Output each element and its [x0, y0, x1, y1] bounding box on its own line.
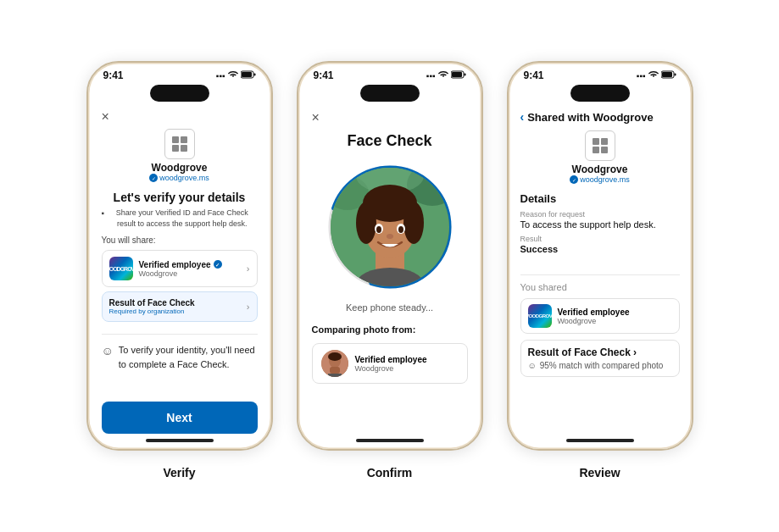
battery-icon-confirm [451, 70, 466, 80]
face-check-notice: ☺ To verify your identity, you'll need t… [102, 340, 258, 378]
result-arrow-icon: › [633, 346, 637, 358]
result-label: Result [520, 235, 680, 243]
close-button-confirm[interactable]: × [312, 110, 320, 125]
svg-point-32 [328, 352, 342, 361]
share-card-arrow: › [247, 263, 250, 274]
details-heading: Details [520, 192, 680, 205]
home-indicator-confirm [356, 439, 424, 442]
org-icon-review [585, 130, 615, 161]
svg-rect-3 [172, 136, 179, 143]
face-photo [331, 168, 449, 286]
svg-rect-1 [242, 72, 252, 77]
svg-rect-22 [364, 202, 415, 219]
share-card-text: Verified employee ✓ Woodgrove [139, 260, 241, 278]
woodgrove-badge-verify: WOODGROVE [109, 257, 133, 280]
face-check-result-row[interactable]: Result of Face Check › ☺ 95% match with … [520, 340, 680, 377]
woodgrove-badge-review: WOODGROVE [528, 304, 552, 328]
close-button-verify[interactable]: × [102, 110, 258, 124]
reason-value: To access the support help desk. [520, 219, 680, 230]
face-scan-icon: ☺ [528, 361, 537, 370]
phone-review: 9:41 ▪▪▪ ‹ Shared with Woodgrove [507, 61, 693, 451]
home-indicator-review [566, 439, 634, 442]
svg-rect-35 [674, 74, 676, 76]
verified-check-verify: ✓ [149, 174, 158, 182]
comparing-label: Comparing photo from: [312, 324, 416, 335]
phone-confirm-container: 9:41 ▪▪▪ × Face Check [297, 61, 483, 479]
svg-rect-9 [464, 74, 465, 76]
phone-content-verify: × Woodgrove ✓ [88, 103, 271, 449]
review-share-card[interactable]: WOODGROVE Verified employee Woodgrove [520, 298, 680, 334]
verified-employee-sub: Woodgrove [139, 269, 241, 278]
phone-verify-container: 9:41 ▪▪▪ × [86, 61, 273, 479]
doc-icon: ▪ [102, 208, 105, 219]
verify-title: Let's verify your details [102, 191, 258, 204]
back-nav[interactable]: ‹ Shared with Woodgrove [520, 110, 680, 124]
phone-label-review: Review [579, 466, 620, 479]
divider-verify [102, 334, 258, 335]
time-verify: 9:41 [103, 69, 124, 81]
face-check-row-verify[interactable]: Result of Face Check Required by organiz… [102, 291, 258, 322]
org-header-verify: Woodgrove ✓ woodgrove.ms [102, 129, 258, 182]
back-arrow-icon: ‹ [520, 110, 525, 124]
back-label: Shared with Woodgrove [527, 111, 654, 124]
battery-icon-verify [241, 70, 256, 80]
svg-point-26 [398, 226, 403, 233]
comparing-card: Verified employee Woodgrove [312, 343, 468, 384]
face-check-arrow: › [247, 302, 250, 312]
phone-label-confirm: Confirm [367, 466, 413, 479]
svg-rect-31 [328, 374, 342, 377]
face-illustration [331, 168, 449, 286]
signal-icon-verify: ▪▪▪ [216, 71, 225, 80]
confirm-content: × Face Check [298, 103, 481, 434]
keep-steady-text: Keep phone steady... [346, 302, 433, 313]
dynamic-island-verify [150, 85, 209, 102]
result-value: Success [520, 244, 680, 254]
verify-subtitle: ▪ Share your Verified ID and Face Check … [102, 208, 258, 229]
battery-icon-review [661, 70, 676, 80]
reason-row: Reason for request To access the support… [520, 210, 680, 230]
svg-point-27 [387, 234, 393, 239]
status-bar-verify: 9:41 ▪▪▪ [88, 63, 271, 85]
review-org-header: Woodgrove ✓ woodgrove.ms [520, 130, 680, 184]
face-check-result-sub: ☺ 95% match with compared photo [528, 361, 672, 370]
comparing-avatar [321, 350, 348, 377]
review-employee-title: Verified employee [558, 308, 672, 317]
status-bar-review: 9:41 ▪▪▪ [509, 63, 692, 85]
review-content: ‹ Shared with Woodgrove Woodg [509, 103, 692, 434]
verified-check-review: ✓ [570, 175, 578, 184]
verified-employee-card[interactable]: WOODGROVE Verified employee ✓ Woodgrove … [102, 250, 258, 287]
svg-rect-2 [253, 74, 255, 76]
face-check-label: Result of Face Check [109, 298, 195, 308]
reason-label: Reason for request [520, 210, 680, 219]
time-confirm: 9:41 [314, 69, 334, 81]
result-row: Result Success [520, 235, 680, 254]
svg-rect-6 [181, 145, 187, 152]
face-check-notice-text: To verify your identity, you'll need to … [119, 343, 258, 371]
phone-confirm: 9:41 ▪▪▪ × Face Check [297, 61, 483, 451]
svg-point-25 [376, 226, 381, 233]
dynamic-island-confirm [360, 85, 420, 102]
status-icons-verify: ▪▪▪ [216, 70, 256, 80]
details-section: Details Reason for request To access the… [520, 192, 680, 259]
phone-content-review: ‹ Shared with Woodgrove Woodg [509, 103, 692, 449]
wifi-icon-verify [228, 70, 238, 80]
svg-rect-38 [593, 147, 599, 153]
face-check-screen-title: Face Check [347, 132, 431, 150]
next-button[interactable]: Next [102, 402, 258, 434]
svg-rect-39 [601, 147, 608, 153]
time-review: 9:41 [524, 69, 544, 81]
wifi-icon-review [648, 70, 659, 80]
svg-rect-36 [593, 138, 599, 145]
will-share-label: You will share: [102, 236, 258, 245]
org-url-review: ✓ woodgrove.ms [570, 175, 630, 184]
wifi-icon-confirm [438, 70, 448, 80]
face-circle-container [326, 163, 453, 291]
org-name-review: Woodgrove [572, 163, 628, 175]
svg-rect-34 [662, 72, 672, 77]
verified-employee-title: Verified employee ✓ [139, 260, 241, 269]
comparing-employee-sub: Woodgrove [355, 364, 459, 373]
signal-icon-confirm: ▪▪▪ [426, 71, 436, 80]
svg-rect-4 [181, 136, 187, 143]
review-divider [520, 274, 680, 275]
phone-label-verify: Verify [163, 466, 195, 479]
